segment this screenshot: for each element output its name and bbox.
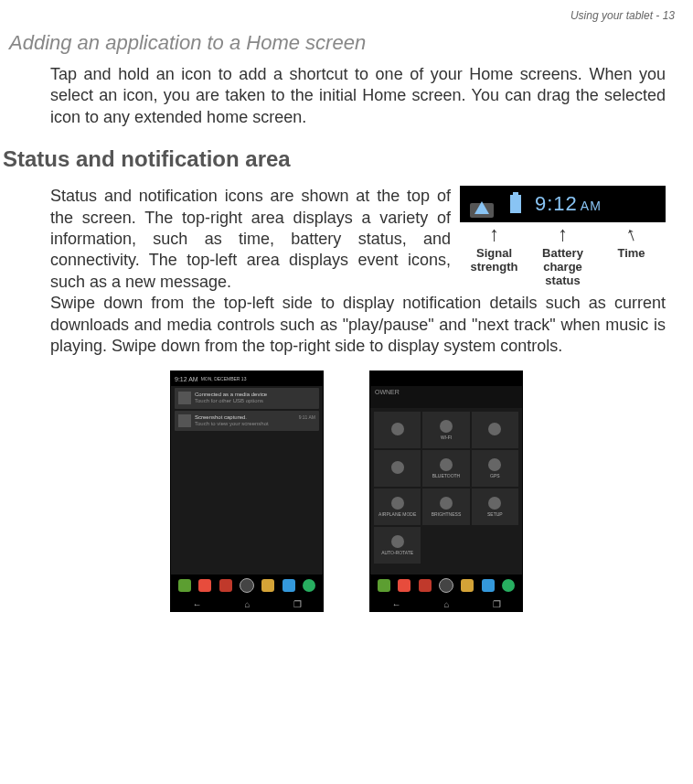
body-swipe-instructions: Swipe down from the top-left side to dis… — [50, 293, 666, 357]
status-bar-diagram: 9:12 AM ↑ ↑ ↑ Signal strength Battery ch… — [460, 186, 666, 293]
dock-app-icon — [482, 579, 495, 592]
ss-statusbar — [370, 371, 522, 386]
dock-app-icon — [378, 579, 390, 592]
dock-app-icon — [198, 579, 211, 592]
page-header: Using your tablet - 13 — [0, 0, 693, 27]
tile-icon — [488, 458, 501, 471]
battery-icon — [510, 195, 521, 213]
usb-icon — [178, 392, 191, 404]
dock-app-icon — [461, 579, 474, 592]
dock-app-icon — [178, 579, 191, 592]
quick-tile: GPS — [472, 450, 518, 487]
screenshot-quicksettings: OWNER WI-FI BLUETOOTH GPS AIRPLANE MODE … — [369, 371, 523, 612]
screenshots-row: 9:12 AM MON, DECEMBER 13 Connected as a … — [0, 371, 693, 612]
tile-icon — [391, 461, 404, 474]
quick-tile: SETUP — [472, 489, 518, 525]
dock-app-icon — [398, 579, 410, 592]
status-intro-row: Status and notification icons are shown … — [50, 186, 666, 293]
quick-tile — [472, 412, 518, 448]
quick-tile: BLUETOOTH — [422, 450, 469, 487]
tile-icon — [391, 423, 404, 435]
time-display: 9:12 AM — [535, 192, 602, 216]
dock-app-icon — [303, 579, 315, 592]
tile-icon — [488, 497, 501, 510]
wifi-icon — [472, 194, 492, 214]
body-status-intro: Status and notification icons are shown … — [50, 186, 451, 293]
label-battery: Battery charge status — [528, 246, 597, 287]
label-time: Time — [597, 246, 666, 287]
tile-icon — [391, 497, 404, 510]
ss-notification-item: Screenshot captured. Touch to view your … — [175, 411, 319, 431]
label-signal: Signal strength — [460, 246, 528, 287]
quick-tile: AUTO-ROTATE — [374, 527, 421, 564]
quick-tile — [374, 412, 421, 448]
notif-sub: Touch to view your screenshot — [195, 421, 295, 427]
notif-time: 9:11 AM — [299, 414, 315, 427]
quick-tile — [374, 450, 421, 487]
arrow-icon: ↑ — [624, 223, 640, 245]
dock-app-icon — [219, 579, 232, 592]
dock-app-icon — [240, 578, 254, 593]
home-icon: ⌂ — [244, 599, 250, 609]
section-title-status: Status and notification area — [3, 146, 693, 172]
page-label: Using your tablet - 13 — [570, 9, 675, 22]
quick-tile: AIRPLANE MODE — [374, 489, 421, 525]
ss-notification-item: Connected as a media device Touch for ot… — [175, 388, 319, 408]
callout-arrows: ↑ ↑ ↑ — [460, 224, 666, 244]
tile-icon — [440, 420, 453, 433]
image-icon — [178, 414, 191, 427]
recent-icon: ❐ — [293, 599, 302, 609]
ss-dock — [370, 575, 522, 596]
dock-app-icon — [502, 579, 515, 592]
arrow-icon: ↑ — [558, 224, 568, 244]
back-icon: ← — [391, 599, 400, 609]
arrow-icon: ↑ — [489, 224, 499, 244]
quick-tile: BRIGHTNESS — [422, 489, 469, 525]
dock-app-icon — [283, 579, 295, 592]
ss-owner-header: OWNER — [370, 386, 522, 408]
ss-statusbar: 9:12 AM MON, DECEMBER 13 — [171, 371, 323, 386]
screenshot-notifications: 9:12 AM MON, DECEMBER 13 Connected as a … — [170, 371, 324, 612]
notif-title: Connected as a media device — [195, 392, 315, 398]
tile-icon — [440, 497, 453, 510]
notif-title: Screenshot captured. — [195, 414, 295, 421]
tile-icon — [440, 458, 453, 471]
ss-navbar: ← ⌂ ❐ — [370, 596, 522, 611]
tile-icon — [391, 535, 404, 548]
section-title-adding-app: Adding an application to a Home screen — [9, 31, 684, 55]
ss-date: MON, DECEMBER 13 — [201, 376, 247, 381]
time-value: 9:12 — [535, 192, 578, 216]
quick-tile: WI-FI — [422, 412, 469, 448]
ss-time: 9:12 AM — [175, 376, 198, 382]
notif-sub: Touch for other USB options — [195, 398, 315, 404]
status-bar-mock: 9:12 AM — [460, 186, 666, 222]
ss-quick-panel: WI-FI BLUETOOTH GPS AIRPLANE MODE BRIGHT… — [370, 408, 522, 575]
dock-app-icon — [261, 579, 274, 592]
body-adding-app: Tap and hold an icon to add a shortcut t… — [50, 64, 666, 128]
home-icon: ⌂ — [443, 599, 449, 609]
ss-notification-panel: Connected as a media device Touch for ot… — [171, 386, 323, 575]
callout-labels: Signal strength Battery charge status Ti… — [460, 246, 666, 287]
back-icon: ← — [192, 599, 201, 609]
ss-dock — [171, 575, 323, 596]
dock-app-icon — [439, 578, 453, 593]
tile-icon — [488, 423, 501, 435]
recent-icon: ❐ — [493, 599, 501, 609]
ss-navbar: ← ⌂ ❐ — [171, 596, 323, 611]
time-ampm: AM — [581, 199, 602, 213]
dock-app-icon — [419, 579, 432, 592]
ss-quick-grid: WI-FI BLUETOOTH GPS AIRPLANE MODE BRIGHT… — [370, 408, 522, 567]
